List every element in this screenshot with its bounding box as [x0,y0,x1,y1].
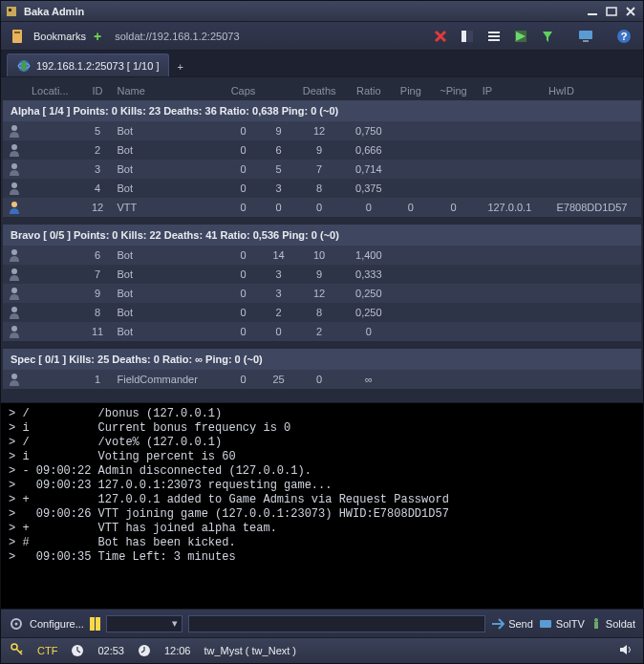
soltv-button[interactable]: SolTV [539,618,585,630]
player-icon [3,140,26,160]
col-ratio[interactable]: Ratio [346,81,391,100]
player-table: Locati...IDNameCapsDeathsRatioPing~PingI… [3,81,641,396]
svg-point-22 [11,202,17,207]
table-row[interactable]: 1FieldCommander0250∞ [3,370,641,389]
svg-point-18 [11,125,17,131]
monitor-icon[interactable] [576,28,595,45]
console-line: > # Bot has been kicked. [9,536,635,550]
col-caps[interactable]: Caps [222,81,265,100]
pause-button[interactable] [90,617,100,631]
command-mode-select[interactable]: ▾ [106,615,182,632]
col-location[interactable]: Locati... [26,81,84,100]
delete-icon[interactable] [431,28,450,45]
player-icon [3,370,26,389]
table-row[interactable]: 4Bot0380,375 [3,179,641,198]
help-icon[interactable]: ? [614,28,633,45]
status-bar: CTF 02:53 12:06 tw_Myst ( tw_Next ) [1,638,643,663]
list-icon[interactable] [484,28,504,45]
map-name: tw_Myst ( tw_Next ) [204,645,296,656]
col-ping[interactable]: Ping [392,81,431,100]
svg-rect-8 [488,32,500,33]
svg-point-26 [11,307,17,312]
send-button[interactable]: Send [491,618,533,630]
col-deaths[interactable]: Deaths [292,81,346,100]
time-left: 02:53 [97,645,124,656]
console-line: > - 09:00:22 Admin disconnected (127.0.0… [9,464,635,479]
clock-time: 12:06 [164,645,191,656]
console-line: > 09:00:35 Time Left: 3 minutes [9,550,635,565]
col-ip[interactable]: IP [477,81,543,100]
gear-icon [9,616,24,632]
console-line: > / /vote% (127.0.0.1) [9,436,635,450]
svg-rect-13 [583,40,589,42]
globe-icon [17,59,31,73]
configure-button[interactable]: Configure... [30,618,84,630]
table-row[interactable]: 3Bot0570,714 [3,160,641,179]
col-name[interactable]: Name [112,81,222,100]
bookmarks-button[interactable]: Bookmarks [33,31,86,42]
add-tab-button[interactable]: + [177,61,182,73]
console[interactable]: > / /bonus (127.0.0.1)> i Current bonus … [1,402,643,610]
player-icon [3,246,26,265]
svg-rect-6 [462,31,466,42]
minimize-button[interactable] [584,5,601,18]
table-row[interactable]: 5Bot09120,750 [3,121,641,140]
maximize-button[interactable] [603,5,620,18]
volume-icon[interactable] [618,643,633,658]
svg-rect-3 [607,8,616,15]
svg-point-28 [11,374,17,379]
close-button[interactable] [622,5,639,18]
svg-point-21 [11,182,17,188]
table-row[interactable]: 11Bot0020 [3,322,641,341]
player-icon [3,303,26,322]
command-input[interactable] [188,615,485,632]
player-icon [3,179,26,198]
svg-rect-10 [488,39,500,41]
svg-rect-2 [588,13,597,15]
soldier-icon [590,617,602,631]
filter-icon[interactable] [538,28,557,45]
console-line: > + 127.0.0.1 added to Game Admins via R… [9,493,635,507]
console-line: > + VTT has joined alpha team. [9,522,635,536]
panel-left-icon[interactable] [458,28,477,45]
server-tab[interactable]: 192.168.1.2:25073 [ 1/10 ] [7,54,169,76]
svg-text:?: ? [621,31,628,42]
address-text: soldat://192.168.1.2:25073 [115,31,239,42]
bookmark-icon [11,29,26,44]
svg-point-19 [11,144,17,150]
svg-rect-7 [467,31,473,42]
svg-point-27 [11,326,17,332]
svg-point-30 [15,622,18,625]
console-line: > 09:00:23 127.0.0.1:23073 requesting ga… [9,479,635,493]
table-row[interactable]: 2Bot0690,666 [3,140,641,160]
command-bar: Configure... ▾ Send SolTV Soldat [1,610,643,638]
tab-label: 192.168.1.2:25073 [ 1/10 ] [36,60,159,72]
table-row[interactable]: 9Bot03120,250 [3,284,641,303]
col-epingh[interactable]: ~Ping [430,81,476,100]
flag-icon[interactable] [511,28,530,45]
svg-rect-9 [488,35,500,37]
player-icon [3,284,26,303]
table-row[interactable]: 12VTT000000127.0.0.1E7808DD1D57 [3,198,641,217]
col-kills[interactable] [265,81,292,100]
clock-icon [71,644,84,657]
table-row[interactable]: 7Bot0390,333 [3,265,641,284]
team-header: Spec [ 0/1 ] Kills: 25 Deaths: 0 Ratio: … [3,349,641,370]
table-row[interactable]: 8Bot0280,250 [3,303,641,322]
col-id[interactable]: ID [84,81,112,100]
soldat-button[interactable]: Soldat [590,617,635,631]
table-row[interactable]: 6Bot014101,400 [3,246,641,265]
player-icon [3,198,26,217]
player-icon [3,265,26,284]
svg-rect-31 [540,620,551,628]
player-icon [3,121,26,140]
console-line: > i Current bonus frequency is 0 [9,421,635,436]
col-hwid[interactable]: HwID [543,81,641,100]
tv-icon [539,618,552,630]
send-icon [491,618,504,630]
svg-point-23 [11,249,17,255]
game-mode: CTF [37,645,57,656]
svg-point-32 [594,618,598,622]
clock-icon [138,644,151,657]
add-bookmark-button[interactable]: + [94,29,101,44]
